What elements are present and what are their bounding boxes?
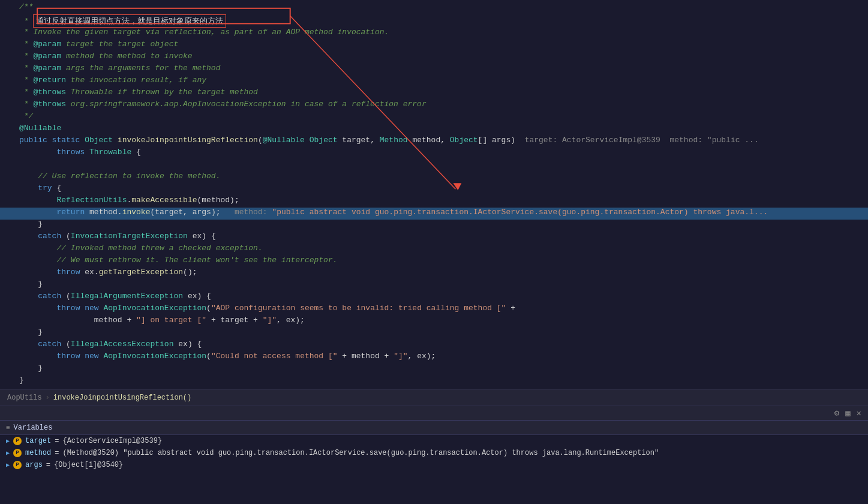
variables-panel: ≡ Variables ▶ P target = {ActorServiceIm…	[0, 420, 868, 504]
code-line: try {	[0, 184, 868, 196]
code-line: throw new AopInvocationException("AOP co…	[0, 304, 868, 316]
code-line: }	[0, 328, 868, 340]
breadcrumb-class: AopUtils	[7, 394, 42, 402]
variable-row-method: ▶ P method = (Method@3520) "public abstr…	[0, 447, 868, 459]
code-line: * @param args the arguments for the meth…	[0, 64, 868, 76]
code-line: * @throws Throwable if thrown by the tar…	[0, 88, 868, 100]
code-line: throw new AopInvocationException("Could …	[0, 352, 868, 364]
code-line: method + "] on target [" + target + "]",…	[0, 316, 868, 328]
code-line: @Nullable	[0, 124, 868, 136]
panel-expand-icon: ≡	[6, 424, 10, 431]
code-line: */	[0, 112, 868, 124]
code-line: * @param target the target object	[0, 40, 868, 52]
code-line: }	[0, 220, 868, 232]
code-line: catch (InvocationTargetException ex) {	[0, 232, 868, 244]
code-line: * Invoke the given target via reflection…	[0, 28, 868, 40]
code-line: * @param method the method to invoke	[0, 52, 868, 64]
code-line: catch (IllegalAccessException ex) {	[0, 340, 868, 352]
code-line-chinese: * 通过反射直接调用切点方法，就是目标对象原来的方法	[0, 14, 868, 28]
var-type-icon: P	[13, 449, 22, 457]
breadcrumb-bar: AopUtils › invokeJoinpointUsingReflectio…	[0, 389, 868, 406]
code-line: // We must rethrow it. The client won't …	[0, 256, 868, 268]
code-line: catch (IllegalArgumentException ex) {	[0, 292, 868, 304]
breadcrumb-method: invokeJoinpointUsingReflection()	[53, 394, 191, 402]
code-line: * @throws org.springframework.aop.AopInv…	[0, 100, 868, 112]
breadcrumb-separator: ›	[46, 394, 50, 402]
code-line: * @return the invocation result, if any	[0, 76, 868, 88]
code-line: /**	[0, 2, 868, 14]
code-line: // Use reflection to invoke the method.	[0, 172, 868, 184]
settings-icon[interactable]: ⚙	[833, 408, 841, 418]
close-panel-icon[interactable]: ✕	[855, 408, 863, 418]
code-line: ReflectionUtils.makeAccessible(method);	[0, 196, 868, 208]
code-line: }	[0, 364, 868, 376]
layout-icon[interactable]: ▦	[843, 408, 852, 418]
code-content: /** * 通过反射直接调用切点方法，就是目标对象原来的方法 * Invoke …	[0, 0, 868, 389]
var-expand-icon[interactable]: ▶	[6, 449, 10, 457]
code-line-throws: throws Throwable {	[0, 148, 868, 160]
code-line: throw ex.getTargetException();	[0, 268, 868, 280]
variable-row-target: ▶ P target = {ActorServiceImpl@3539}	[0, 435, 868, 447]
variables-header: ≡ Variables	[0, 421, 868, 435]
variable-row-args: ▶ P args = {Object[1]@3540}	[0, 459, 868, 471]
var-expand-icon[interactable]: ▶	[6, 437, 10, 445]
code-editor: /** * 通过反射直接调用切点方法，就是目标对象原来的方法 * Invoke …	[0, 0, 868, 389]
code-line: }	[0, 280, 868, 292]
code-line	[0, 160, 868, 172]
var-type-icon: P	[13, 437, 22, 445]
code-line: // Invoked method threw a checked except…	[0, 244, 868, 256]
variables-title: Variables	[14, 424, 53, 432]
code-line: }	[0, 376, 868, 388]
var-expand-icon[interactable]: ▶	[6, 461, 10, 469]
code-line-highlighted: return method.invoke(target, args); meth…	[0, 208, 868, 220]
debug-toolbar: ⚙ ▦ ✕	[0, 406, 868, 420]
var-type-icon: P	[13, 461, 22, 469]
code-line-method-sig: public static Object invokeJoinpointUsin…	[0, 136, 868, 148]
